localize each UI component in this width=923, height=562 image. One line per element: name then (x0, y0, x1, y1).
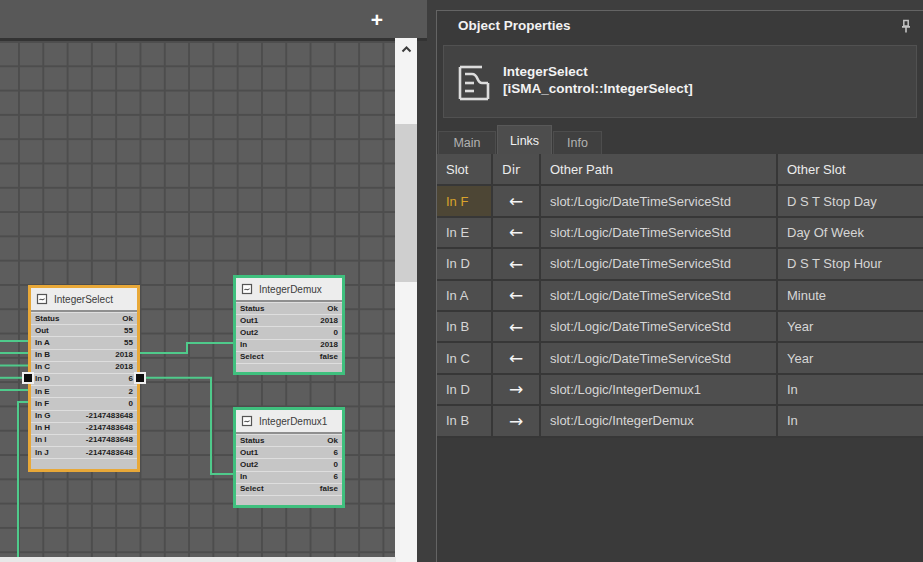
arrow-left-icon[interactable]: ← (493, 343, 541, 374)
canvas-horizontal-scrollbar[interactable] (0, 557, 396, 562)
block-slot-row[interactable]: In J-2147483648 (31, 446, 137, 458)
app-window: + IntegerSelectStatusOkOut55In A55In B20… (0, 0, 923, 562)
cell-other-slot[interactable]: D S T Stop Day (778, 186, 923, 217)
block-slot-row[interactable]: In G-2147483648 (31, 410, 137, 422)
cell-other-slot[interactable]: Year (778, 343, 923, 374)
cell-slot[interactable]: In B (437, 312, 493, 343)
cell-slot[interactable]: In D (437, 249, 493, 280)
tab-main[interactable]: Main (438, 131, 496, 154)
cell-other-path[interactable]: slot:/Logic/DateTimeServiceStd (541, 186, 778, 217)
slot-value: 2018 (115, 350, 133, 359)
block-slot-row[interactable]: Out12018 (236, 314, 342, 326)
wire[interactable] (18, 402, 28, 562)
links-table-header[interactable]: Slot Dir Other Path Other Slot (437, 154, 923, 186)
block-slot-row[interactable]: Out20 (236, 326, 342, 338)
block-slot-row[interactable]: In F0 (31, 397, 137, 409)
arrow-left-icon[interactable]: ← (493, 249, 541, 280)
wire[interactable] (140, 343, 233, 353)
canvas-vertical-scrollbar[interactable] (395, 38, 417, 562)
table-row[interactable]: In B→slot:/Logic/IntegerDemuxIn (437, 406, 923, 437)
block-integer-demux1[interactable]: IntegerDemux1StatusOkOut16Out20In6Select… (233, 407, 345, 508)
cell-slot[interactable]: In E (437, 218, 493, 249)
block-integer-select[interactable]: IntegerSelectStatusOkOut55In A55In B2018… (28, 285, 140, 472)
tab-links[interactable]: Links (497, 125, 552, 154)
column-header-dir[interactable]: Dir (493, 154, 541, 186)
cell-other-slot[interactable]: D S T Stop Hour (778, 249, 923, 280)
arrow-left-icon[interactable]: ← (493, 218, 541, 249)
cell-other-path[interactable]: slot:/Logic/DateTimeServiceStd (541, 343, 778, 374)
slot-value: 55 (124, 326, 133, 335)
tab-info[interactable]: Info (553, 131, 602, 154)
block-slot-row[interactable]: In B2018 (31, 349, 137, 361)
block-slot-row[interactable]: StatusOk (236, 302, 342, 314)
block-slot-row[interactable]: In I-2147483648 (31, 434, 137, 446)
block-slot-row[interactable]: StatusOk (31, 312, 137, 324)
block-header[interactable]: IntegerDemux (236, 278, 342, 302)
cell-other-path[interactable]: slot:/Logic/DateTimeServiceStd (541, 281, 778, 312)
arrow-left-icon[interactable]: ← (493, 186, 541, 217)
block-slot-row[interactable]: Selectfalse (236, 351, 342, 363)
block-slot-row[interactable]: In H-2147483648 (31, 422, 137, 434)
arrow-right-icon[interactable]: → (493, 375, 541, 406)
table-row[interactable]: In A←slot:/Logic/DateTimeServiceStdMinut… (437, 281, 923, 312)
table-row[interactable]: In C←slot:/Logic/DateTimeServiceStdYear (437, 343, 923, 374)
cell-other-slot[interactable]: Year (778, 312, 923, 343)
cell-other-path[interactable]: slot:/Logic/IntegerDemux1 (541, 375, 778, 406)
link-handle[interactable] (22, 372, 34, 384)
scrollbar-thumb[interactable] (395, 124, 417, 282)
cell-other-path[interactable]: slot:/Logic/IntegerDemux (541, 406, 778, 437)
cell-other-path[interactable]: slot:/Logic/DateTimeServiceStd (541, 218, 778, 249)
slot-value: false (320, 484, 338, 493)
block-integer-demux[interactable]: IntegerDemuxStatusOkOut12018Out20In2018S… (233, 275, 345, 375)
block-slot-row[interactable]: In6 (236, 471, 342, 483)
cell-slot[interactable]: In D (437, 375, 493, 406)
block-header[interactable]: IntegerDemux1 (236, 410, 342, 434)
block-slot-row[interactable]: StatusOk (236, 434, 342, 446)
column-header-other-slot[interactable]: Other Slot (778, 154, 923, 186)
column-header-other-path[interactable]: Other Path (541, 154, 778, 186)
pin-icon[interactable] (900, 19, 912, 33)
cell-other-path[interactable]: slot:/Logic/DateTimeServiceStd (541, 249, 778, 280)
block-icon (241, 415, 253, 427)
slot-label: In I (35, 435, 47, 444)
arrow-left-icon[interactable]: ← (493, 312, 541, 343)
table-row[interactable]: In D←slot:/Logic/DateTimeServiceStdD S T… (437, 249, 923, 280)
cell-slot[interactable]: In F (437, 186, 493, 217)
cell-other-slot[interactable]: Minute (778, 281, 923, 312)
arrow-right-icon[interactable]: → (493, 406, 541, 437)
column-header-slot[interactable]: Slot (437, 154, 493, 186)
slot-value: -2147483648 (86, 448, 133, 457)
table-row[interactable]: In F←slot:/Logic/DateTimeServiceStdD S T… (437, 186, 923, 217)
block-slot-row[interactable]: In E2 (31, 385, 137, 397)
cell-slot[interactable]: In C (437, 343, 493, 374)
block-slot-row[interactable]: In C2018 (31, 361, 137, 373)
cell-other-slot[interactable]: In (778, 375, 923, 406)
block-slot-row[interactable]: Selectfalse (236, 483, 342, 495)
wire[interactable] (140, 378, 233, 474)
block-header[interactable]: IntegerSelect (31, 288, 137, 312)
scrollbar-up-icon[interactable] (395, 38, 417, 60)
table-row[interactable]: In E←slot:/Logic/DateTimeServiceStdDay O… (437, 218, 923, 249)
block-slot-row[interactable]: In2018 (236, 339, 342, 351)
object-header: IntegerSelect [iSMA_control::IntegerSele… (443, 45, 917, 118)
slot-value: -2147483648 (86, 423, 133, 432)
add-tab-button[interactable]: + (362, 5, 392, 35)
block-slot-row[interactable]: Out55 (31, 324, 137, 336)
block-slot-row[interactable]: Out20 (236, 458, 342, 470)
cell-slot[interactable]: In A (437, 281, 493, 312)
cell-other-slot[interactable]: In (778, 406, 923, 437)
block-slot-row[interactable]: In D6 (31, 373, 137, 385)
link-handle[interactable] (134, 372, 146, 384)
cell-other-path[interactable]: slot:/Logic/DateTimeServiceStd (541, 312, 778, 343)
block-slot-row[interactable]: Out16 (236, 446, 342, 458)
object-name: IntegerSelect (503, 64, 588, 79)
cell-other-slot[interactable]: Day Of Week (778, 218, 923, 249)
slot-label: In F (35, 399, 49, 408)
table-row[interactable]: In D→slot:/Logic/IntegerDemux1In (437, 375, 923, 406)
slot-label: Select (240, 484, 264, 493)
arrow-left-icon[interactable]: ← (493, 281, 541, 312)
table-row[interactable]: In B←slot:/Logic/DateTimeServiceStdYear (437, 312, 923, 343)
cell-slot[interactable]: In B (437, 406, 493, 437)
block-slot-row[interactable]: In A55 (31, 336, 137, 348)
block-icon (36, 293, 48, 305)
